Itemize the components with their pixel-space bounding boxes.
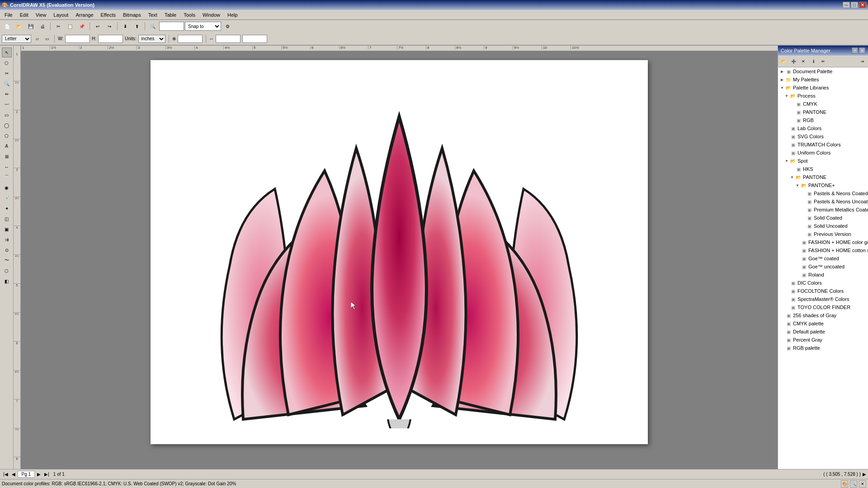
export-button[interactable]: ⬆ (132, 21, 142, 31)
cpm-properties-button[interactable]: ℹ (809, 57, 818, 66)
snap-to-select[interactable]: Snap to (185, 22, 221, 31)
tree-item-goe-coated[interactable]: ▣ Goe™ coated (778, 254, 868, 263)
freehand-tool[interactable]: ✏ (2, 89, 12, 99)
menu-edit[interactable]: Edit (16, 11, 32, 19)
expand-icon[interactable]: ▼ (784, 159, 789, 163)
tree-item-cmyk[interactable]: ▣ CMYK (778, 100, 868, 108)
cpm-expand-button[interactable]: ⇒ (858, 57, 867, 66)
tree-item-focoltone[interactable]: ▣ FOCOLTONE Colors (778, 287, 868, 295)
minimize-button[interactable]: ─ (843, 2, 850, 8)
tree-item-rgb[interactable]: ▣ RGB (778, 116, 868, 124)
tree-item-palette-libs[interactable]: ▼ 📂 Palette Libraries (778, 84, 868, 92)
tree-item-pantone-plus[interactable]: ▼ 📂 PANTONE+ (778, 181, 868, 189)
tree-item-process[interactable]: ▼ 📂 Process (778, 92, 868, 100)
shape-tool[interactable]: ⬡ (2, 58, 12, 68)
page-tab[interactable]: Pg 1 (18, 471, 35, 478)
expand-icon[interactable]: ▶ (780, 69, 784, 74)
tree-item-trumatch[interactable]: ▣ TRUMATCH Colors (778, 141, 868, 149)
tree-item-256-gray[interactable]: ▣ 256 shades of Gray (778, 311, 868, 319)
last-page-button[interactable]: ▶| (43, 472, 51, 477)
landscape-button[interactable]: ▭ (43, 35, 51, 43)
tree-item-lab-colors[interactable]: ▣ Lab Colors (778, 124, 868, 132)
cpm-tree[interactable]: ▶ ▣ Document Palette ▶ 📁 My Palettes ▼ 📂… (778, 67, 868, 469)
tree-item-uniform-colors[interactable]: ▣ Uniform Colors (778, 149, 868, 157)
tree-item-goe-uncoated[interactable]: ▣ Goe™ uncoated (778, 263, 868, 271)
tree-item-hks[interactable]: ▣ HKS (778, 165, 868, 173)
nudge-input[interactable]: 0.01 (178, 35, 203, 43)
menu-arrange[interactable]: Arrange (72, 11, 97, 19)
interactive-tool[interactable]: ✦ (2, 203, 12, 213)
zoom-tool[interactable]: 🔍 (2, 79, 12, 89)
save-button[interactable]: 💾 (25, 21, 36, 31)
window-controls[interactable]: ─ □ ✕ (843, 2, 866, 8)
menu-view[interactable]: View (32, 11, 50, 19)
menu-text[interactable]: Text (145, 11, 161, 19)
first-page-button[interactable]: |◀ (2, 472, 9, 477)
next-page-button[interactable]: ▶ (36, 472, 42, 477)
expand-icon[interactable]: ▼ (780, 85, 784, 90)
expand-icon[interactable]: ▼ (795, 183, 800, 188)
parallel-dim-tool[interactable]: ↔ (2, 162, 12, 172)
eyedropper-tool[interactable]: 💉 (2, 193, 12, 203)
tree-item-percent-gray[interactable]: ▣ Percent Gray (778, 336, 868, 344)
cpm-help-button[interactable]: ? (852, 47, 858, 54)
page-size-select[interactable]: Letter (2, 35, 31, 43)
canvas-background[interactable] (21, 51, 778, 469)
maximize-button[interactable]: □ (851, 2, 858, 8)
menu-layout[interactable]: Layout (50, 11, 72, 19)
color-picker-button[interactable]: 🎨 (841, 480, 848, 488)
tree-item-cmyk-palette[interactable]: ▣ CMYK palette (778, 319, 868, 328)
zoom-level-input[interactable]: 154% (159, 22, 184, 31)
cpm-rename-button[interactable]: ✏ (819, 57, 828, 66)
tree-item-svg-colors[interactable]: ▣ SVG Colors (778, 132, 868, 141)
expand-icon[interactable]: ▼ (790, 175, 794, 179)
menu-effects[interactable]: Effects (97, 11, 119, 19)
lotus-artwork[interactable] (184, 76, 614, 428)
shadow-tool[interactable]: ▣ (2, 224, 12, 234)
envelope-tool[interactable]: ⬡ (2, 266, 12, 276)
undo-button[interactable]: ↩ (92, 21, 103, 31)
menu-window[interactable]: Window (199, 11, 224, 19)
tree-item-pastels-neons-coated[interactable]: ▣ Pastels & Neons Coated (778, 189, 868, 197)
close-button[interactable]: ✕ (859, 2, 866, 8)
tree-item-fashion-cotton[interactable]: ▣ FASHION + HOME cotton select (778, 246, 868, 254)
select-tool[interactable]: ↖ (2, 47, 12, 57)
rectangle-tool[interactable]: ▭ (2, 110, 12, 120)
menu-help[interactable]: Help (224, 11, 241, 19)
tree-item-rgb-palette[interactable]: ▣ RGB palette (778, 344, 868, 352)
polygon-tool[interactable]: ⬠ (2, 131, 12, 141)
prev-page-button[interactable]: ◀ (10, 472, 17, 477)
extrude-tool[interactable]: ◧ (2, 276, 12, 286)
print-button[interactable]: 🖨 (37, 21, 48, 31)
connector-tool[interactable]: ⌒ (2, 172, 12, 182)
tree-item-pantone-process[interactable]: ▣ PANTONE (778, 108, 868, 116)
units-select[interactable]: inches mm cm (138, 35, 165, 43)
tree-item-toyo[interactable]: ▣ TOYO COLOR FINDER (778, 303, 868, 311)
page-height-input[interactable]: 8.5 (98, 35, 123, 43)
menu-file[interactable]: File (1, 11, 16, 19)
text-tool[interactable]: A (2, 141, 12, 151)
tree-item-roland[interactable]: ▣ Roland (778, 271, 868, 279)
menu-table[interactable]: Table (161, 11, 180, 19)
tree-item-fashion-guide[interactable]: ▣ FASHION + HOME color guide (778, 238, 868, 246)
page-width-input[interactable]: 11.0 (65, 35, 90, 43)
cpm-open-palette-button[interactable]: 📂 (779, 57, 788, 66)
tree-item-spectramaster[interactable]: ▣ SpectraMaster® Colors (778, 295, 868, 303)
smart-draw-tool[interactable]: 〰 (2, 99, 12, 109)
tree-item-premium-metallics[interactable]: ▣ Premium Metallics Coated (778, 206, 868, 214)
transparency-tool[interactable]: ◫ (2, 214, 12, 224)
tree-item-default-palette[interactable]: ▣ Default palette (778, 328, 868, 336)
fill-tool[interactable]: ◉ (2, 183, 12, 192)
portrait-button[interactable]: ▱ (33, 35, 41, 43)
tree-item-dic-colors[interactable]: ▣ DIC Colors (778, 279, 868, 287)
close-status-button[interactable]: ✕ (859, 480, 866, 488)
cpm-delete-palette-button[interactable]: ✕ (799, 57, 808, 66)
expand-icon[interactable]: ▼ (784, 94, 789, 98)
expand-icon[interactable]: ▶ (780, 77, 784, 82)
open-button[interactable]: 📂 (14, 21, 24, 31)
tree-item-pastels-neons-uncoated[interactable]: ▣ Pastels & Neons Uncoated (778, 197, 868, 206)
zoom-button[interactable]: 🔍 (850, 480, 857, 488)
tree-item-pantone-spot[interactable]: ▼ 📂 PANTONE (778, 173, 868, 181)
tree-item-solid-coated[interactable]: ▣ Solid Coated (778, 214, 868, 222)
redo-button[interactable]: ↪ (104, 21, 115, 31)
